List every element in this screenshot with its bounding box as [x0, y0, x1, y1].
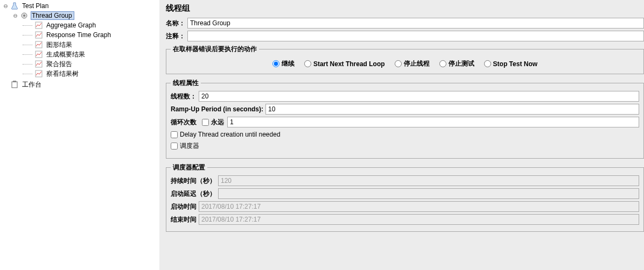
tree-label: Aggregate Graph	[45, 22, 98, 29]
radio-stop-test[interactable]: 停止测试	[439, 59, 474, 68]
tree-label: 聚合报告	[45, 60, 74, 69]
collapse-icon[interactable]	[3, 4, 8, 9]
tree-label: 图形结果	[45, 40, 74, 49]
start-time-label: 启动时间	[171, 202, 197, 211]
tree-label: 生成概要结果	[45, 50, 87, 59]
chart-icon	[34, 60, 43, 68]
tree-label: Thread Group	[31, 11, 74, 20]
tree-node-listener[interactable]: 生成概要结果	[23, 49, 159, 59]
page-title: 线程组	[166, 3, 644, 13]
name-label: 名称：	[166, 19, 185, 28]
duration-label: 持续时间（秒）	[171, 176, 216, 186]
tree-node-listener[interactable]: 察看结果树	[23, 69, 159, 79]
comment-label: 注释：	[166, 32, 185, 41]
gear-icon	[20, 11, 29, 20]
forever-checkbox[interactable]	[202, 119, 209, 126]
tree-label: 察看结果树	[45, 69, 81, 79]
duration-input	[218, 175, 639, 186]
chart-icon	[34, 40, 43, 49]
end-time-label: 结束时间	[171, 215, 197, 224]
tree-node-workbench[interactable]: 工作台	[3, 80, 159, 89]
tree-node-listener[interactable]: 图形结果	[23, 40, 159, 49]
scheduler-label: 调度器	[180, 141, 199, 151]
svg-point-5	[23, 15, 25, 17]
radio-stop-thread[interactable]: 停止线程	[395, 59, 430, 68]
startup-delay-label: 启动延迟（秒）	[171, 189, 216, 198]
chart-icon	[34, 50, 43, 59]
startup-delay-input	[218, 188, 639, 199]
forever-checkbox-wrap[interactable]: 永远	[202, 118, 224, 127]
start-time-input	[199, 201, 639, 212]
test-plan-tree[interactable]: Test Plan Thread Group Aggregate Graph R…	[0, 0, 162, 270]
delay-thread-checkbox[interactable]	[171, 131, 178, 138]
tree-label: Test Plan	[21, 2, 51, 10]
chart-icon	[34, 21, 43, 30]
delay-thread-label: Delay Thread creation until needed	[180, 131, 281, 138]
clipboard-icon	[10, 80, 19, 89]
radio-stop-test-now-input[interactable]	[484, 60, 491, 67]
comment-input[interactable]	[187, 31, 644, 41]
radio-start-next-loop-input[interactable]	[304, 60, 311, 67]
loop-count-label: 循环次数	[171, 118, 197, 127]
threads-label: 线程数：	[171, 92, 197, 101]
chart-icon	[34, 31, 43, 39]
scheduler-config-legend: 调度器配置	[171, 163, 207, 172]
on-sampler-error-legend: 在取样器错误后要执行的动作	[171, 45, 259, 54]
thread-properties-group: 线程属性 线程数： Ramp-Up Period (in seconds): 循…	[166, 79, 644, 159]
radio-stop-thread-input[interactable]	[395, 60, 402, 67]
radio-continue-input[interactable]	[272, 60, 279, 67]
radio-stop-test-now[interactable]: Stop Test Now	[484, 60, 537, 68]
radio-continue[interactable]: 继续	[272, 59, 295, 68]
radio-stop-test-input[interactable]	[439, 60, 446, 67]
radio-start-next-loop[interactable]: Start Next Thread Loop	[304, 60, 385, 68]
scheduler-config-group: 调度器配置 持续时间（秒） 启动延迟（秒） 启动时间 结束时间	[166, 163, 644, 232]
loop-count-input[interactable]	[227, 117, 639, 127]
tree-node-thread-group[interactable]: Thread Group	[13, 11, 159, 20]
end-time-input	[199, 214, 639, 225]
ramp-up-input[interactable]	[265, 104, 639, 115]
name-input[interactable]	[187, 18, 644, 29]
tree-node-listener[interactable]: Response Time Graph	[23, 30, 159, 40]
thread-group-panel: 线程组 名称： 注释： 在取样器错误后要执行的动作 继续 Start Next …	[162, 0, 644, 270]
tree-label: Response Time Graph	[45, 31, 113, 39]
tree-label: 工作台	[21, 80, 44, 89]
chart-icon	[34, 69, 43, 78]
scheduler-checkbox[interactable]	[171, 143, 178, 150]
threads-input[interactable]	[199, 91, 639, 102]
collapse-icon[interactable]	[13, 13, 18, 18]
tree-node-listener[interactable]: 聚合报告	[23, 59, 159, 69]
svg-rect-12	[12, 82, 17, 88]
tree-node-listener[interactable]: Aggregate Graph	[23, 20, 159, 30]
svg-rect-13	[13, 81, 16, 82]
thread-properties-legend: 线程属性	[171, 79, 201, 88]
ramp-up-label: Ramp-Up Period (in seconds):	[171, 105, 263, 113]
tree-node-test-plan[interactable]: Test Plan	[3, 1, 159, 11]
beaker-icon	[10, 2, 19, 10]
on-sampler-error-group: 在取样器错误后要执行的动作 继续 Start Next Thread Loop …	[166, 45, 644, 74]
